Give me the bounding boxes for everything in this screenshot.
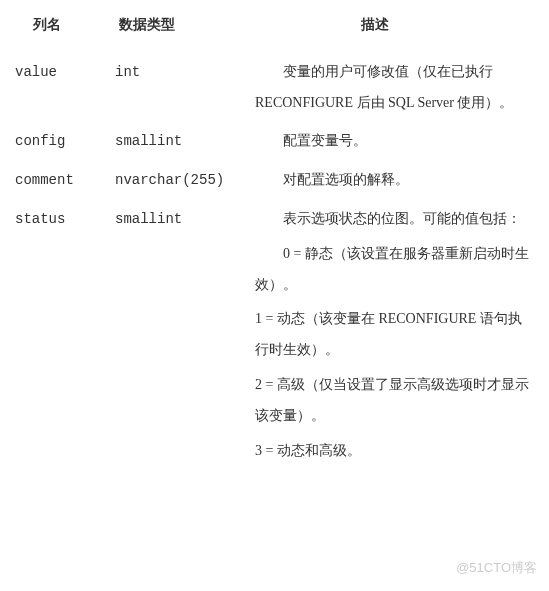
header-description: 描述: [255, 10, 534, 41]
data-type-cell: smallint: [115, 126, 255, 157]
column-name-cell: status: [15, 204, 115, 235]
description-text: 表示选项状态的位图。可能的值包括：: [255, 204, 534, 235]
status-detail-item: 0 = 静态（该设置在服务器重新启动时生效）。: [255, 239, 534, 301]
header-data-type: 数据类型: [115, 10, 255, 41]
table-row: status smallint 表示选项状态的位图。可能的值包括： 0 = 静态…: [15, 204, 534, 466]
column-name-cell: config: [15, 126, 115, 157]
table-row: value int 变量的用户可修改值（仅在已执行 RECONFIGURE 后由…: [15, 57, 534, 119]
doc-table: 列名 数据类型 描述 value int 变量的用户可修改值（仅在已执行 REC…: [15, 10, 534, 466]
table-row: config smallint 配置变量号。: [15, 126, 534, 157]
status-detail-item: 3 = 动态和高级。: [255, 436, 534, 467]
status-detail-item: 1 = 动态（该变量在 RECONFIGURE 语句执行时生效）。: [255, 304, 534, 366]
column-name-cell: value: [15, 57, 115, 88]
status-detail-text: 3 = 动态和高级。: [255, 436, 534, 467]
status-detail-text: 1 = 动态（该变量在 RECONFIGURE 语句执行时生效）。: [255, 304, 534, 366]
table-header-row: 列名 数据类型 描述: [15, 10, 534, 41]
data-type-cell: int: [115, 57, 255, 88]
status-detail-item: 2 = 高级（仅当设置了显示高级选项时才显示该变量）。: [255, 370, 534, 432]
status-detail-text: 0 = 静态（该设置在服务器重新启动时生效）。: [255, 239, 534, 301]
description-cell: 对配置选项的解释。: [255, 165, 534, 196]
data-type-cell: smallint: [115, 204, 255, 235]
data-type-cell: nvarchar(255): [115, 165, 255, 196]
watermark: @51CTO博客: [456, 554, 537, 583]
column-name-cell: comment: [15, 165, 115, 196]
header-column-name: 列名: [15, 10, 115, 41]
table-row: comment nvarchar(255) 对配置选项的解释。: [15, 165, 534, 196]
description-cell: 配置变量号。: [255, 126, 534, 157]
description-cell: 表示选项状态的位图。可能的值包括： 0 = 静态（该设置在服务器重新启动时生效）…: [255, 204, 534, 466]
description-cell: 变量的用户可修改值（仅在已执行 RECONFIGURE 后由 SQL Serve…: [255, 57, 534, 119]
status-detail-text: 2 = 高级（仅当设置了显示高级选项时才显示该变量）。: [255, 370, 534, 432]
